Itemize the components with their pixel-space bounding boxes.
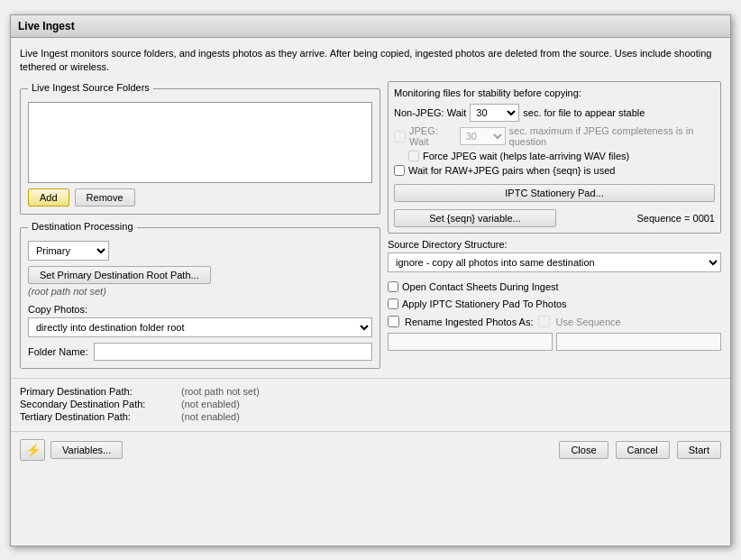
primary-path-val: (root path not set) (181, 386, 260, 397)
rename-label: Rename Ingested Photos As: (405, 317, 533, 327)
tertiary-path-val: (not enabled) (181, 411, 240, 422)
start-button[interactable]: Start (677, 441, 721, 459)
set-root-path-button[interactable]: Set Primary Destination Root Path... (28, 266, 211, 284)
non-jpeg-suffix: sec. for file to appear stable (523, 107, 645, 118)
rename-checkbox[interactable] (388, 316, 399, 327)
force-jpeg-label: Force JPEG wait (helps late-arriving WAV… (423, 151, 629, 161)
secondary-path-key: Secondary Destination Path: (20, 399, 178, 409)
tertiary-path-key: Tertiary Destination Path: (20, 411, 178, 422)
bottom-bar: ⚡ Variables... Close Cancel Start (11, 431, 730, 468)
apply-iptc-checkbox[interactable] (388, 298, 398, 309)
primary-select[interactable]: Primary (28, 241, 109, 261)
raw-jpeg-checkbox[interactable] (394, 165, 405, 176)
set-seqn-button[interactable]: Set {seqn} variable... (394, 209, 556, 227)
destination-processing-group: Destination Processing Primary Set Prima… (20, 227, 380, 369)
source-folders-group: Live Ingest Source Folders Add Remove (20, 88, 380, 215)
lightning-button[interactable]: ⚡ (20, 439, 45, 461)
folder-name-input[interactable] (94, 343, 372, 361)
copy-photos-label: Copy Photos: (28, 304, 372, 315)
live-ingest-dialog: Live Ingest Live Ingest monitors source … (10, 14, 731, 546)
dialog-description: Live Ingest monitors source folders, and… (20, 47, 721, 75)
primary-path-key: Primary Destination Path: (20, 386, 178, 397)
destination-title: Destination Processing (28, 221, 137, 232)
non-jpeg-wait-select[interactable]: 30 (470, 104, 519, 122)
status-bar: Primary Destination Path: (root path not… (11, 378, 730, 431)
copy-photos-select[interactable]: directly into destination folder root (28, 317, 372, 337)
jpeg-suffix: sec. maximum if JPEG completeness is in … (509, 125, 715, 147)
cancel-button[interactable]: Cancel (616, 441, 670, 459)
source-folders-title: Live Ingest Source Folders (28, 82, 153, 93)
remove-button[interactable]: Remove (75, 188, 135, 207)
source-dir-select[interactable]: ignore - copy all photos into same desti… (388, 252, 721, 272)
open-contact-label: Open Contact Sheets During Ingest (402, 281, 559, 292)
rename-extra-input[interactable] (556, 333, 721, 351)
jpeg-wait-select[interactable]: 30 (460, 127, 506, 145)
right-section: Source Directory Structure: ignore - cop… (388, 239, 721, 351)
secondary-path-val: (not enabled) (181, 399, 240, 409)
rename-input[interactable] (388, 333, 553, 351)
apply-iptc-label: Apply IPTC Stationery Pad To Photos (402, 298, 567, 309)
monitoring-section: Monitoring files for stability before co… (388, 81, 721, 234)
open-contact-checkbox[interactable] (388, 281, 398, 292)
monitoring-title: Monitoring files for stability before co… (394, 87, 715, 98)
source-dir-label: Source Directory Structure: (388, 239, 721, 250)
variables-button[interactable]: Variables... (50, 441, 123, 459)
add-button[interactable]: Add (28, 188, 69, 207)
dialog-title: Live Ingest (11, 15, 730, 38)
force-jpeg-checkbox[interactable] (408, 151, 419, 161)
source-folders-list[interactable] (28, 102, 372, 183)
jpeg-checkbox[interactable] (394, 131, 406, 142)
sequence-label: Sequence = 0001 (636, 213, 715, 224)
use-sequence-label: Use Sequence (555, 317, 620, 327)
jpeg-label: JPEG: Wait (409, 125, 456, 147)
folder-name-label: Folder Name: (28, 346, 88, 357)
non-jpeg-label: Non-JPEG: Wait (394, 107, 466, 118)
raw-jpeg-label: Wait for RAW+JPEG pairs when {seqn} is u… (408, 165, 615, 176)
root-path-note: (root path not set) (28, 286, 372, 297)
close-button[interactable]: Close (559, 441, 608, 459)
use-sequence-checkbox[interactable] (538, 316, 550, 327)
iptc-stationery-button[interactable]: IPTC Stationery Pad... (394, 184, 715, 202)
